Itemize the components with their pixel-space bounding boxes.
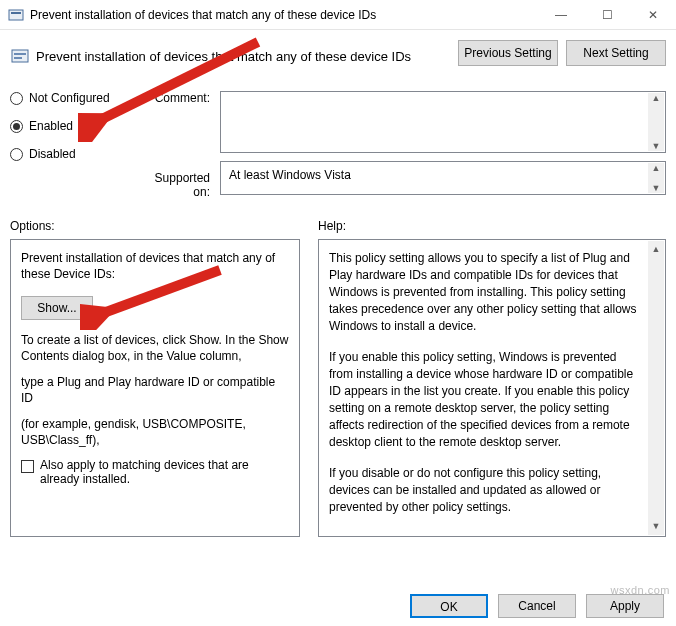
previous-setting-button[interactable]: Previous Setting — [458, 40, 558, 66]
checkbox-icon — [21, 460, 34, 473]
ok-button[interactable]: OK — [410, 594, 488, 618]
next-setting-button[interactable]: Next Setting — [566, 40, 666, 66]
help-paragraph: If you enable this policy setting, Windo… — [329, 349, 643, 451]
scrollbar[interactable]: ▲▼ — [648, 241, 664, 535]
radio-icon — [10, 148, 23, 161]
options-text: To create a list of devices, click Show.… — [21, 332, 289, 364]
options-text: (for example, gendisk, USB\COMPOSITE, US… — [21, 416, 289, 448]
help-paragraph: This policy setting allows you to specif… — [329, 250, 643, 335]
svg-rect-1 — [11, 12, 21, 14]
options-text: type a Plug and Play hardware ID or comp… — [21, 374, 289, 406]
policy-icon — [10, 46, 30, 66]
window-title: Prevent installation of devices that mat… — [30, 8, 538, 22]
svg-rect-2 — [12, 50, 28, 62]
close-button[interactable]: ✕ — [630, 0, 676, 30]
radio-label: Not Configured — [29, 91, 110, 105]
comment-label: Comment: — [140, 91, 210, 121]
cancel-button[interactable]: Cancel — [498, 594, 576, 618]
radio-label: Disabled — [29, 147, 76, 161]
maximize-button[interactable]: ☐ — [584, 0, 630, 30]
svg-rect-0 — [9, 10, 23, 20]
radio-icon — [10, 120, 23, 133]
scrollbar[interactable]: ▲▼ — [648, 163, 664, 193]
policy-title: Prevent installation of devices that mat… — [36, 49, 411, 64]
checkbox-label: Also apply to matching devices that are … — [40, 458, 289, 486]
svg-rect-4 — [14, 57, 22, 59]
header-row: Prevent installation of devices that mat… — [10, 40, 666, 66]
radio-disabled[interactable]: Disabled — [10, 147, 140, 161]
help-label: Help: — [318, 219, 666, 233]
dialog-buttons: OK Cancel Apply — [410, 594, 664, 618]
help-paragraph: If you disable or do not configure this … — [329, 465, 643, 516]
options-label: Options: — [10, 219, 300, 233]
minimize-button[interactable]: — — [538, 0, 584, 30]
options-intro: Prevent installation of devices that mat… — [21, 250, 289, 282]
radio-not-configured[interactable]: Not Configured — [10, 91, 140, 105]
title-bar: Prevent installation of devices that mat… — [0, 0, 676, 30]
radio-icon — [10, 92, 23, 105]
radio-enabled[interactable]: Enabled — [10, 119, 140, 133]
app-icon — [8, 7, 24, 23]
supported-on-box: At least Windows Vista ▲▼ — [220, 161, 666, 195]
help-box: This policy setting allows you to specif… — [318, 239, 666, 537]
also-apply-checkbox[interactable]: Also apply to matching devices that are … — [21, 458, 289, 486]
options-box: Prevent installation of devices that mat… — [10, 239, 300, 537]
supported-on-value: At least Windows Vista — [229, 168, 351, 182]
watermark: wsxdn.com — [610, 584, 670, 596]
supported-on-label: Supported on: — [140, 171, 210, 201]
comment-textarea[interactable]: ▲▼ — [220, 91, 666, 153]
apply-button[interactable]: Apply — [586, 594, 664, 618]
radio-label: Enabled — [29, 119, 73, 133]
show-button[interactable]: Show... — [21, 296, 93, 320]
scrollbar[interactable]: ▲▼ — [648, 93, 664, 151]
svg-rect-3 — [14, 53, 26, 55]
